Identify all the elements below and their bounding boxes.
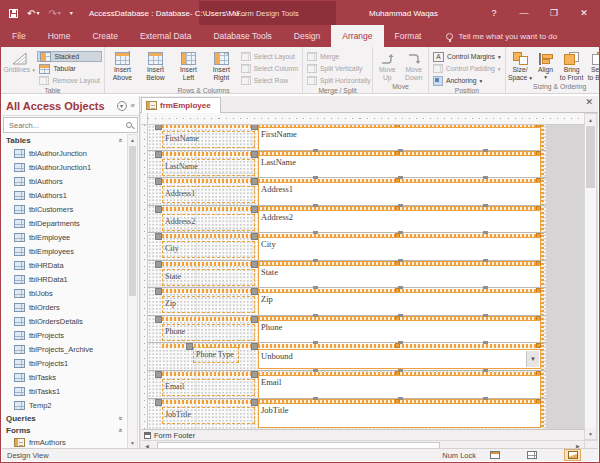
form-design-surface[interactable]: FirstName FirstName ▼ LastName	[148, 125, 546, 429]
nav-item-table[interactable]: tblProjects_Archive	[2, 342, 127, 356]
label-move-handle[interactable]	[155, 261, 162, 268]
layout-cell-strip[interactable]	[162, 207, 255, 211]
label-move-handle[interactable]	[155, 178, 162, 185]
anchoring-button[interactable]: Anchoring▾	[431, 75, 503, 86]
control-margins-button[interactable]: A Control Margins▾	[431, 51, 503, 62]
scroll-down-icon[interactable]: ▼	[128, 438, 137, 448]
label-move-handle[interactable]	[155, 371, 162, 378]
label-move-handle[interactable]	[155, 233, 162, 240]
field-label[interactable]: State	[162, 269, 255, 286]
field-label[interactable]: Phone	[162, 324, 255, 341]
ribbon-tab[interactable]: Database Tools	[202, 25, 282, 47]
label-move-handle[interactable]	[155, 125, 162, 130]
label-move-handle[interactable]	[155, 288, 162, 295]
ribbon-tab[interactable]: Home	[37, 25, 82, 47]
control-move-handle[interactable]	[251, 151, 258, 158]
nav-item-table[interactable]: tblAuthorJunction1	[2, 160, 127, 174]
field-label[interactable]: Address2	[162, 214, 255, 231]
datasheet-view-button[interactable]	[523, 449, 540, 461]
nav-item-table[interactable]: tblCustomers	[2, 202, 127, 216]
form-footer-section-bar[interactable]: Form Footer	[141, 429, 585, 440]
help-button[interactable]: ?	[481, 1, 507, 25]
control-move-handle[interactable]	[251, 206, 258, 213]
field-label[interactable]: JobTitle	[162, 407, 255, 424]
layout-cell-strip[interactable]	[162, 234, 255, 238]
field-label[interactable]: Address1	[162, 186, 255, 203]
maximize-button[interactable]: ❐	[541, 1, 567, 25]
collapse-group-icon[interactable]: «	[118, 428, 125, 432]
nav-group-queries[interactable]: Queries»	[2, 412, 127, 424]
label-move-handle[interactable]	[155, 151, 162, 158]
insert-right-button[interactable]: → InsertRight	[206, 49, 237, 81]
field-textbox[interactable]: JobTitle ▼	[258, 403, 541, 428]
field-label[interactable]: Email	[162, 379, 255, 396]
layout-cell-strip[interactable]	[162, 152, 255, 156]
field-label[interactable]: Phone Type	[193, 347, 239, 363]
save-icon[interactable]	[9, 9, 18, 18]
field-label[interactable]: LastName	[162, 159, 255, 176]
control-move-handle[interactable]	[251, 261, 258, 268]
search-box[interactable]	[3, 117, 138, 133]
shutter-close-icon[interactable]: «	[131, 101, 135, 110]
nav-item-table[interactable]: tblAuthorJunction	[2, 146, 127, 160]
nav-item-table[interactable]: tblAuthors	[2, 174, 127, 188]
split-vertically-button[interactable]: Split Vertically	[305, 63, 373, 74]
control-move-handle[interactable]	[251, 288, 258, 295]
layout-cell-strip[interactable]	[162, 289, 255, 293]
control-move-handle[interactable]	[251, 178, 258, 185]
field-label[interactable]: Zip	[162, 296, 255, 313]
nav-item-table[interactable]: tblProjects1	[2, 356, 127, 370]
resize-handle[interactable]	[395, 343, 400, 348]
insert-below-button[interactable]: ↓ InsertBelow	[140, 49, 171, 81]
collapse-group-icon[interactable]: «	[118, 138, 125, 142]
nav-scrollbar[interactable]: ▲ ▼	[127, 134, 138, 449]
nav-item-table[interactable]: tblHRData1	[2, 272, 127, 286]
undo-icon[interactable]: ↶▾	[27, 8, 39, 19]
search-input[interactable]	[7, 120, 126, 131]
split-horizontally-button[interactable]: Split Horizontally	[305, 75, 373, 86]
layout-cell-strip[interactable]	[162, 372, 255, 376]
control-move-handle[interactable]	[251, 125, 258, 130]
nav-scrollbar-thumb[interactable]	[129, 146, 136, 296]
nav-group-tables[interactable]: Tables«	[2, 134, 127, 146]
field-label[interactable]: City	[162, 241, 255, 258]
bring-to-front-button[interactable]: Bringto Front	[559, 49, 584, 81]
nav-item-table[interactable]: tblOrders	[2, 300, 127, 314]
send-to-back-button[interactable]: Sendto Back	[586, 49, 600, 81]
stacked-button[interactable]: Stacked	[37, 51, 102, 62]
customize-qat-icon[interactable]: ▾	[70, 10, 73, 16]
control-move-handle[interactable]	[251, 343, 258, 350]
close-button[interactable]: ✕	[571, 1, 597, 25]
align-button[interactable]: Align ▾	[534, 49, 557, 81]
vertical-scrollbar[interactable]: ▲ ▼	[584, 113, 597, 440]
redo-icon[interactable]: ↷▾	[48, 8, 60, 19]
select-row-button[interactable]: Select Row	[239, 75, 300, 86]
layout-cell-strip[interactable]	[162, 179, 255, 183]
label-move-handle[interactable]	[155, 206, 162, 213]
tabular-button[interactable]: Tabular	[37, 63, 102, 74]
nav-item-table[interactable]: tblHRData	[2, 258, 127, 272]
object-tab-frmEmployee[interactable]: frmEmployee	[141, 97, 221, 113]
layout-cell-strip[interactable]	[162, 262, 255, 266]
label-move-handle[interactable]	[186, 343, 193, 350]
gridlines-button[interactable]: Gridlines ▾	[3, 49, 35, 75]
nav-item-table[interactable]: tblTasks1	[2, 384, 127, 398]
design-view-button[interactable]	[564, 449, 581, 461]
ribbon-tab[interactable]: Design	[283, 25, 331, 47]
layout-cell-strip[interactable]	[162, 400, 255, 404]
minimize-button[interactable]: —	[511, 1, 537, 25]
nav-item-table[interactable]: Temp2	[2, 398, 127, 412]
form-view-button[interactable]	[486, 449, 503, 461]
control-padding-button[interactable]: Control Padding▾	[431, 63, 503, 74]
select-column-button[interactable]: Select Column	[239, 63, 300, 74]
nav-group-forms[interactable]: Forms«	[2, 424, 127, 436]
remove-layout-button[interactable]: Remove Layout	[37, 75, 102, 86]
nav-menu-icon[interactable]: ▾	[117, 101, 127, 111]
vertical-ruler[interactable]	[141, 125, 148, 429]
close-object-icon[interactable]: ✕	[585, 97, 593, 107]
merge-button[interactable]: Merge	[305, 51, 373, 62]
layout-cell-strip[interactable]	[162, 125, 255, 128]
nav-item-table[interactable]: tblEmployees	[2, 244, 127, 258]
nav-item-table[interactable]: tblProjects	[2, 328, 127, 342]
scroll-up-icon[interactable]: ▲	[585, 114, 596, 125]
